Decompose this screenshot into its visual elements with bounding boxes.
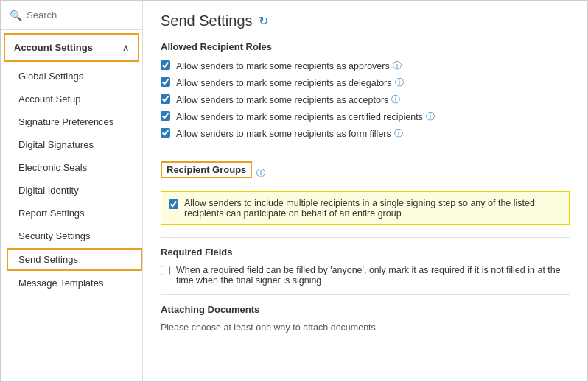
sidebar-item-global-settings[interactable]: Global Settings <box>7 65 142 88</box>
divider-2 <box>161 237 570 238</box>
sidebar-item-electronic-seals[interactable]: Electronic Seals <box>7 156 142 179</box>
checkbox-acceptors-input[interactable] <box>161 94 170 104</box>
nav-items: Global Settings Account Setup Signature … <box>1 65 142 294</box>
sidebar-item-send-settings[interactable]: Send Settings <box>7 248 142 271</box>
required-fields-label: When a required field can be filled by '… <box>176 265 570 286</box>
main-content: Send Settings ↻ Allowed Recipient Roles … <box>143 1 587 381</box>
help-form-fillers-icon[interactable]: ⓘ <box>394 127 403 140</box>
recipient-groups-section: Recipient Groups ⓘ Allow senders to incl… <box>161 161 570 225</box>
sidebar-item-report-settings[interactable]: Report Settings <box>7 202 142 224</box>
checkbox-certified: Allow senders to mark some recipients as… <box>161 110 570 123</box>
attaching-documents-section: Attaching Documents Please choose at lea… <box>161 304 570 333</box>
sidebar-item-security-settings[interactable]: Security Settings <box>7 224 142 247</box>
sidebar-item-message-templates[interactable]: Message Templates <box>7 272 142 294</box>
recipient-groups-checkbox[interactable] <box>169 199 178 209</box>
help-certified-icon[interactable]: ⓘ <box>426 110 435 123</box>
help-delegators-icon[interactable]: ⓘ <box>395 77 404 89</box>
search-icon: 🔍 <box>10 10 22 21</box>
required-fields-checkbox-row: When a required field can be filled by '… <box>161 265 570 286</box>
checkbox-delegators-label: Allow senders to mark some recipients as… <box>176 78 392 88</box>
attaching-documents-title: Attaching Documents <box>161 304 570 315</box>
sidebar-item-digital-identity[interactable]: Digital Identity <box>7 179 142 202</box>
checkbox-delegators: Allow senders to mark some recipients as… <box>161 77 570 89</box>
checkbox-certified-input[interactable] <box>161 111 170 121</box>
required-fields-checkbox[interactable] <box>161 266 170 275</box>
help-acceptors-icon[interactable]: ⓘ <box>391 93 400 106</box>
allowed-recipient-roles-title: Allowed Recipient Roles <box>161 41 570 52</box>
checkbox-acceptors-label: Allow senders to mark some recipients as… <box>176 95 388 105</box>
refresh-icon[interactable]: ↻ <box>259 14 268 28</box>
checkbox-approvers-label: Allow senders to mark some recipients as… <box>176 61 390 71</box>
required-fields-section: Required Fields When a required field ca… <box>161 247 570 286</box>
sidebar-item-signature-preferences[interactable]: Signature Preferences <box>7 110 142 133</box>
checkbox-form-fillers-label: Allow senders to mark some recipients as… <box>176 129 391 139</box>
checkbox-certified-label: Allow senders to mark some recipients as… <box>176 112 423 122</box>
search-box: 🔍 <box>1 1 142 30</box>
recipient-groups-checkbox-row: Allow senders to include multiple recipi… <box>161 191 570 225</box>
divider-3 <box>161 294 570 295</box>
checkbox-delegators-input[interactable] <box>161 77 170 87</box>
page-title-container: Send Settings ↻ <box>161 13 570 29</box>
chevron-up-icon: ∧ <box>122 43 129 53</box>
sidebar: 🔍 Account Settings ∧ Global Settings Acc… <box>1 1 143 381</box>
help-recipient-groups-icon[interactable]: ⓘ <box>256 167 265 180</box>
attaching-documents-note: Please choose at least one way to attach… <box>161 322 570 333</box>
checkbox-form-fillers: Allow senders to mark some recipients as… <box>161 127 570 140</box>
checkbox-approvers: Allow senders to mark some recipients as… <box>161 60 570 72</box>
checkbox-approvers-input[interactable] <box>161 60 170 70</box>
divider-1 <box>161 149 570 149</box>
page-title: Send Settings <box>161 13 253 29</box>
help-approvers-icon[interactable]: ⓘ <box>393 60 402 72</box>
recipient-groups-title: Recipient Groups <box>161 161 252 178</box>
checkbox-acceptors: Allow senders to mark some recipients as… <box>161 93 570 106</box>
recipient-groups-header: Recipient Groups ⓘ <box>161 161 570 185</box>
required-fields-title: Required Fields <box>161 247 570 258</box>
checkbox-form-fillers-input[interactable] <box>161 128 170 138</box>
allowed-recipient-roles-section: Allowed Recipient Roles Allow senders to… <box>161 41 570 140</box>
recipient-groups-label: Allow senders to include multiple recipi… <box>184 198 561 219</box>
sidebar-item-account-setup[interactable]: Account Setup <box>7 88 142 110</box>
account-settings-header[interactable]: Account Settings ∧ <box>4 33 139 62</box>
search-input[interactable] <box>27 10 133 21</box>
account-settings-label: Account Settings <box>14 42 93 53</box>
sidebar-item-digital-signatures[interactable]: Digital Signatures <box>7 133 142 156</box>
